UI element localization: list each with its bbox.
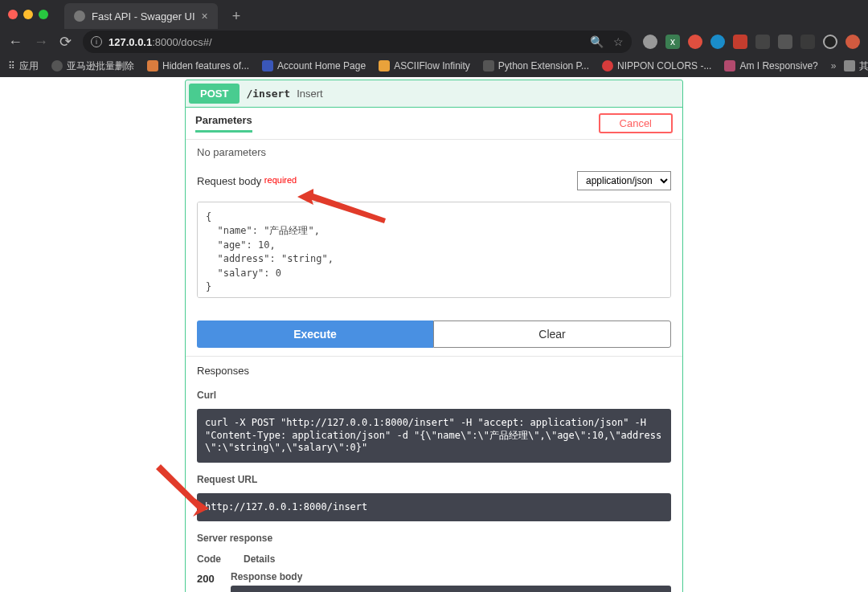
ext-icon[interactable] [778, 35, 792, 49]
profile-icon[interactable] [845, 35, 860, 49]
bookmark-item[interactable]: 亚马逊批量删除 [51, 59, 134, 73]
swagger-ui: POST /insert Insert Parameters Cancel No… [0, 77, 868, 592]
ext-icon[interactable] [800, 35, 815, 49]
close-tab-icon[interactable]: × [202, 10, 208, 22]
minimize-window-icon[interactable] [23, 10, 33, 19]
bookmark-item[interactable]: Am I Responsive? [724, 60, 817, 71]
reload-button[interactable]: ⟳ [59, 33, 72, 51]
cancel-button[interactable]: Cancel [599, 113, 673, 133]
extension-icons: x [643, 35, 860, 49]
operation-block: POST /insert Insert Parameters Cancel No… [185, 80, 683, 592]
address-bar[interactable]: i 127.0.0.1:8000/docs#/ 🔍 ☆ [83, 31, 632, 53]
content-type-select[interactable]: application/json [577, 171, 671, 190]
ext-icon[interactable] [688, 35, 702, 49]
star-icon[interactable]: ☆ [613, 35, 624, 48]
bookmark-item[interactable]: NIPPON COLORS -... [602, 60, 711, 71]
browser-tab[interactable]: Fast API - Swagger UI × [64, 3, 218, 29]
ext-icon[interactable] [733, 35, 747, 49]
responses-heading: Responses [186, 356, 682, 385]
search-icon[interactable]: 🔍 [590, 35, 604, 48]
folder-icon [844, 60, 855, 71]
favicon-icon [74, 10, 85, 22]
status-code: 200 [197, 571, 231, 592]
close-window-icon[interactable] [8, 10, 18, 19]
bookmarks-bar: ⠿ 应用 亚马逊批量删除 Hidden features of... Accou… [0, 55, 868, 77]
operation-summary[interactable]: POST /insert Insert [186, 80, 682, 107]
bookmark-item[interactable]: Hidden features of... [147, 60, 249, 71]
bookmark-item[interactable]: ASCIIFlow Infinity [379, 60, 470, 71]
bookmark-item[interactable]: Account Home Page [262, 60, 366, 71]
browser-chrome: Fast API - Swagger UI × + ← → ⟳ i 127.0.… [0, 0, 868, 77]
request-body-label: Request body required [197, 175, 297, 187]
back-button[interactable]: ← [8, 34, 23, 51]
execute-button[interactable]: Execute [197, 320, 433, 348]
tab-title: Fast API - Swagger UI [92, 10, 195, 22]
site-info-icon[interactable]: i [91, 36, 102, 47]
parameters-tab[interactable]: Parameters [195, 114, 252, 133]
ext-icon[interactable]: x [665, 35, 680, 49]
endpoint-path: /insert [246, 88, 290, 100]
clear-button[interactable]: Clear [433, 320, 671, 348]
url-text: 127.0.0.1:8000/docs#/ [108, 36, 212, 48]
request-body-editor[interactable] [197, 202, 671, 298]
more-bookmarks[interactable]: » [831, 60, 837, 71]
bookmark-item[interactable]: Python Extension P... [483, 60, 589, 71]
no-parameters-text: No parameters [186, 140, 682, 165]
ext-icon[interactable] [710, 35, 725, 49]
operation-body: Parameters Cancel No parameters Request … [186, 107, 682, 592]
forward-button[interactable]: → [34, 34, 48, 51]
details-column-header: Details [244, 553, 275, 565]
response-body[interactable]: { "success": true, "msg": "此人名字叫做: 产品经理，… [231, 586, 671, 592]
request-url-value[interactable]: http://127.0.0.1:8000/insert [197, 493, 671, 522]
curl-label: Curl [186, 385, 682, 406]
titlebar: Fast API - Swagger UI × + [0, 0, 868, 29]
new-tab-button[interactable]: + [226, 4, 248, 29]
operation-description: Insert [297, 88, 323, 100]
curl-command[interactable]: curl -X POST "http://127.0.0.1:8000/inse… [197, 409, 671, 463]
ext-icon[interactable] [643, 35, 657, 49]
maximize-window-icon[interactable] [39, 10, 48, 19]
http-method-badge: POST [189, 84, 240, 104]
other-bookmarks-folder[interactable]: 其他书签 [844, 59, 868, 73]
toolbar: ← → ⟳ i 127.0.0.1:8000/docs#/ 🔍 ☆ x [0, 29, 868, 55]
response-body-label: Response body [231, 571, 671, 582]
ext-icon[interactable] [755, 35, 770, 49]
request-url-label: Request URL [186, 469, 682, 490]
code-column-header: Code [197, 553, 231, 565]
apps-button[interactable]: ⠿ 应用 [8, 59, 39, 73]
server-response-label: Server response [186, 528, 682, 549]
traffic-lights [8, 10, 48, 19]
ext-icon[interactable] [823, 35, 837, 49]
